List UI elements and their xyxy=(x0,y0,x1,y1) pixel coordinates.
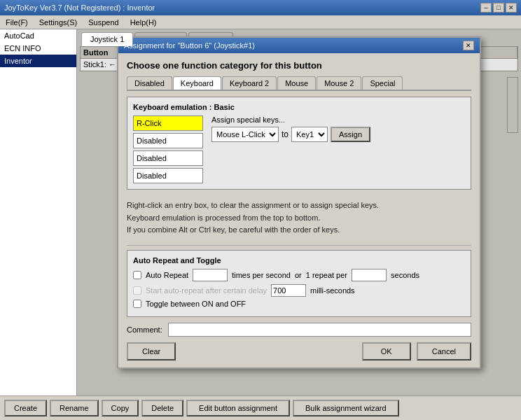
start-delay-row: Start auto-repeat after certain delay mi… xyxy=(133,284,465,297)
auto-section-label: Auto Repeat and Toggle xyxy=(133,256,465,265)
keyboard-emulation-section: Keyboard emulation : Basic xyxy=(127,97,471,190)
to-label: to xyxy=(282,130,289,139)
modal-close-button[interactable]: ✕ xyxy=(463,41,474,50)
modal-title: Assignment for "Button 6" (Joystick#1) xyxy=(124,41,255,50)
menu-suspend[interactable]: Suspend xyxy=(85,18,121,27)
repeat-label: 1 repeat per xyxy=(306,271,347,279)
bulk-wizard-button[interactable]: Bulk assignment wizard xyxy=(293,400,399,416)
tab-special[interactable]: Special xyxy=(362,76,403,90)
cancel-button[interactable]: Cancel xyxy=(417,342,471,360)
tab-keyboard2[interactable]: Keyboard 2 xyxy=(222,76,277,90)
tab-mouse2[interactable]: Mouse 2 xyxy=(317,76,361,90)
modal-body: Choose one function category for this bu… xyxy=(118,53,480,368)
bottom-toolbar: Create Rename Copy Delete Edit button as… xyxy=(0,396,521,420)
comment-input[interactable] xyxy=(168,323,471,337)
sidebar: AutoCad ECN INFO Inventor xyxy=(0,29,77,396)
auto-repeat-checkbox[interactable] xyxy=(133,271,141,279)
auto-repeat-label: Auto Repeat xyxy=(146,271,188,279)
auto-repeat-section: Auto Repeat and Toggle Auto Repeat times… xyxy=(127,250,471,317)
assign-key-dropdown1[interactable]: Mouse L-Click xyxy=(211,127,279,142)
minimize-button[interactable]: – xyxy=(480,3,492,13)
window-controls: – □ ✕ xyxy=(480,3,517,13)
key-input-1[interactable] xyxy=(133,115,203,131)
title-bar: JoyToKey Ver3.7 (Not Registered) : Inven… xyxy=(0,0,521,15)
key-list xyxy=(133,115,203,183)
menu-file[interactable]: File(F) xyxy=(3,18,31,27)
sidebar-item-autocad[interactable]: AutoCad xyxy=(0,29,76,42)
rename-button[interactable]: Rename xyxy=(50,400,99,416)
modal-title-bar: Assignment for "Button 6" (Joystick#1) ✕ xyxy=(118,38,480,53)
assignment-modal: Assignment for "Button 6" (Joystick#1) ✕… xyxy=(117,36,481,369)
seconds-label: seconds xyxy=(391,271,419,279)
key-input-3[interactable] xyxy=(133,150,203,166)
app-title: JoyToKey Ver3.7 (Not Registered) : Inven… xyxy=(4,4,155,12)
sidebar-item-inventor[interactable]: Inventor xyxy=(0,55,76,67)
tab-keyboard[interactable]: Keyboard xyxy=(173,76,221,90)
tab-disabled[interactable]: Disabled xyxy=(127,76,172,90)
toggle-checkbox[interactable] xyxy=(133,300,141,308)
maximize-button[interactable]: □ xyxy=(493,3,504,13)
assign-section: Assign special keys... Mouse L-Click to … xyxy=(211,115,465,183)
close-window-button[interactable]: ✕ xyxy=(506,3,517,13)
main-layout: AutoCad ECN INFO Inventor Joystick 1 Joy… xyxy=(0,29,521,396)
assign-key-dropdown2[interactable]: Key1 xyxy=(291,127,328,142)
content-area: Joystick 1 Joystick 2 Options Button Fun… xyxy=(77,29,521,396)
milli-seconds-input[interactable] xyxy=(271,284,306,297)
comment-row: Comment: xyxy=(127,323,471,337)
repeat-per-input[interactable] xyxy=(352,269,387,281)
create-button[interactable]: Create xyxy=(4,400,47,416)
info-line-3: If you combine Alt or Ctrl key, be caref… xyxy=(127,224,471,237)
keyboard-content: Assign special keys... Mouse L-Click to … xyxy=(133,115,465,183)
copy-button[interactable]: Copy xyxy=(102,400,139,416)
assign-row: Mouse L-Click to Key1 Assign xyxy=(211,127,465,142)
keyboard-section-label: Keyboard emulation : Basic xyxy=(133,103,465,111)
info-line-2: Keyboard emulation is processed from the… xyxy=(127,212,471,225)
ok-button[interactable]: OK xyxy=(362,342,411,360)
times-per-second-input[interactable] xyxy=(193,269,228,281)
start-delay-checkbox[interactable] xyxy=(133,286,141,295)
key-input-2[interactable] xyxy=(133,133,203,148)
tab-mouse[interactable]: Mouse xyxy=(277,76,316,90)
modal-overlay: Assignment for "Button 6" (Joystick#1) ✕… xyxy=(77,29,521,396)
assign-special-label: Assign special keys... xyxy=(211,115,465,124)
auto-repeat-row: Auto Repeat times per second or 1 repeat… xyxy=(133,269,465,281)
divider xyxy=(127,245,471,246)
info-line-1: Right-click an entry box, to clear the a… xyxy=(127,200,471,212)
function-tabs: Disabled Keyboard Keyboard 2 Mouse Mouse… xyxy=(127,76,471,91)
edit-assignment-button[interactable]: Edit button assignment xyxy=(186,400,290,416)
toggle-label: Toggle between ON and OFF xyxy=(146,300,246,308)
key-input-4[interactable] xyxy=(133,168,203,183)
start-delay-label: Start auto-repeat after certain delay xyxy=(146,286,267,295)
menu-help[interactable]: Help(H) xyxy=(127,18,160,27)
modal-heading: Choose one function category for this bu… xyxy=(127,60,471,71)
milli-seconds-label: milli-seconds xyxy=(310,286,355,295)
times-label: times per second xyxy=(232,271,291,279)
clear-button[interactable]: Clear xyxy=(127,342,176,360)
toggle-row: Toggle between ON and OFF xyxy=(133,300,465,308)
menu-settings[interactable]: Settings(S) xyxy=(36,18,80,27)
or-label: or xyxy=(295,271,302,279)
comment-label: Comment: xyxy=(127,326,162,334)
tab-joystick1[interactable]: Joystick 1 xyxy=(81,32,133,46)
assign-button[interactable]: Assign xyxy=(331,127,370,142)
delete-button[interactable]: Delete xyxy=(141,400,183,416)
menu-bar: File(F) Settings(S) Suspend Help(H) xyxy=(0,15,521,29)
modal-action-buttons: Clear OK Cancel xyxy=(127,342,471,360)
sidebar-item-ecninfo[interactable]: ECN INFO xyxy=(0,42,76,55)
info-section: Right-click an entry box, to clear the a… xyxy=(127,195,471,241)
